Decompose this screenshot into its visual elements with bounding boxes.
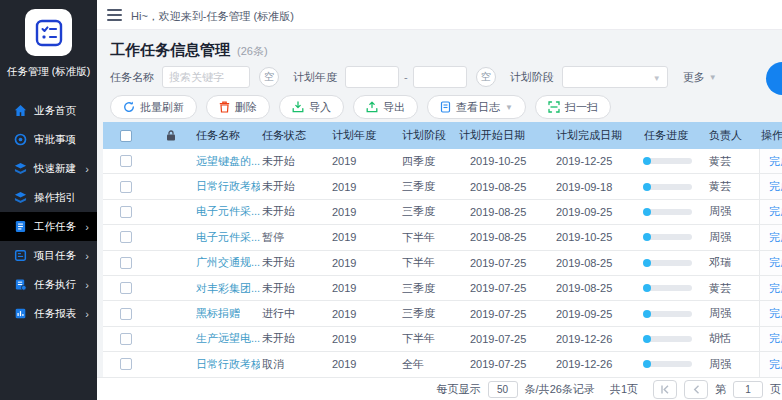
sidebar-item-business-home[interactable]: 业务首页: [0, 96, 97, 125]
sidebar-item-work-tasks[interactable]: 工作任务 ›: [0, 212, 97, 241]
delete-button[interactable]: 删除: [206, 95, 270, 119]
row-checkbox[interactable]: [120, 257, 132, 269]
row-action-link[interactable]: 完成: [769, 230, 782, 245]
sidebar-item-project-tasks[interactable]: 项目任务 ›: [0, 241, 97, 270]
per-page-label: 每页显示: [437, 382, 481, 397]
plan-year: 2019: [330, 200, 400, 224]
progress-handle[interactable]: [643, 157, 651, 165]
progress-handle[interactable]: [643, 259, 651, 267]
column-header-status: 任务状态: [260, 122, 330, 149]
progress-bar: [644, 234, 692, 240]
plan-stage: 三季度: [400, 200, 457, 224]
task-name-link[interactable]: 电子元件采...: [196, 230, 260, 245]
task-status: 暂停: [260, 225, 330, 249]
task-name-link[interactable]: 生产远望电...: [196, 331, 260, 346]
progress-handle[interactable]: [643, 360, 651, 368]
clear-name-filter-button[interactable]: 空: [259, 67, 279, 87]
row-lock-cell: [148, 251, 194, 275]
row-action-link[interactable]: 完成: [769, 281, 782, 296]
plan-start-date: 2019-07-25: [457, 251, 554, 275]
clear-year-filter-button[interactable]: 空: [476, 67, 496, 87]
row-action-link[interactable]: 完成: [769, 306, 782, 321]
row-action-link[interactable]: 完成: [769, 179, 782, 194]
row-checkbox[interactable]: [120, 231, 132, 243]
hamburger-menu-icon[interactable]: [107, 9, 122, 21]
row-checkbox[interactable]: [120, 358, 132, 370]
sidebar-item-approvals[interactable]: 审批事项: [0, 125, 97, 154]
task-status: 未开始: [260, 149, 330, 173]
row-action-link[interactable]: 完成: [769, 357, 782, 372]
export-button[interactable]: 导出: [353, 95, 418, 119]
plan-year-from-input[interactable]: [345, 66, 399, 88]
import-button[interactable]: 导入: [279, 95, 344, 119]
progress-bar: [644, 184, 692, 190]
column-header-owner: 负责人: [707, 122, 759, 149]
row-action-link[interactable]: 完成: [769, 154, 782, 169]
progress-handle[interactable]: [643, 335, 651, 343]
sidebar-item-guide[interactable]: 操作指引: [0, 183, 97, 212]
column-header-stage: 计划阶段: [400, 122, 457, 149]
progress-handle[interactable]: [643, 310, 651, 318]
task-name-link[interactable]: 日常行政考核: [196, 179, 260, 194]
progress-handle[interactable]: [643, 183, 651, 191]
progress-bar: [644, 361, 692, 367]
row-checkbox[interactable]: [120, 181, 132, 193]
task-name-link[interactable]: 广州交通规...: [196, 255, 260, 270]
plan-year-to-input[interactable]: [413, 66, 467, 88]
chevron-right-icon: ›: [85, 221, 89, 233]
page-number-input[interactable]: [733, 381, 763, 398]
page-title: 工作任务信息管理: [110, 41, 230, 60]
task-progress: [642, 149, 707, 173]
task-name-link[interactable]: 对丰彩集团...: [196, 281, 260, 296]
task-progress: [642, 301, 707, 325]
table-row: 黑标捐赠 进行中 2019 三季度 2019-07-25 2019-09-25 …: [103, 301, 782, 326]
task-name-link[interactable]: 电子元件采...: [196, 204, 260, 219]
plan-start-date: 2019-08-25: [457, 225, 554, 249]
batch-refresh-button[interactable]: 批量刷新: [110, 95, 197, 119]
task-owner: 周强: [707, 352, 759, 376]
task-name-link[interactable]: 远望键盘的...: [196, 154, 260, 169]
row-checkbox[interactable]: [120, 333, 132, 345]
plan-end-date: 2019-09-18: [554, 174, 642, 198]
task-owner: 周强: [707, 200, 759, 224]
plan-stage-select[interactable]: ▼: [562, 66, 668, 88]
task-name-input[interactable]: [162, 66, 250, 88]
task-name-link[interactable]: 黑标捐赠: [196, 306, 240, 321]
row-lock-cell: [148, 301, 194, 325]
row-action-link[interactable]: 完成: [769, 204, 782, 219]
row-checkbox[interactable]: [120, 308, 132, 320]
plan-end-date: 2019-08-25: [554, 276, 642, 300]
sidebar-item-task-execution[interactable]: 任务执行 ›: [0, 270, 97, 299]
sidebar: 任务管理 (标准版) 业务首页 审批事项 快速新建 › 操作指引: [0, 0, 97, 400]
row-action-link[interactable]: 完成: [769, 255, 782, 270]
row-checkbox[interactable]: [120, 206, 132, 218]
per-page-input[interactable]: [488, 381, 518, 398]
scan-button[interactable]: 扫一扫: [535, 95, 611, 119]
select-all-checkbox[interactable]: [120, 130, 132, 142]
row-lock-cell: [148, 200, 194, 224]
sidebar-item-quick-create[interactable]: 快速新建 ›: [0, 154, 97, 183]
table-row: 电子元件采... 暂停 2019 下半年 2019-08-25 2019-10-…: [103, 225, 782, 250]
more-filters-button[interactable]: 更多 ▼: [683, 70, 717, 85]
plan-end-date: 2019-12-26: [554, 327, 642, 351]
table-row: 生产远望电... 未开始 2019 下半年 2019-07-25 2019-12…: [103, 327, 782, 352]
task-progress: [642, 174, 707, 198]
chevron-left-icon: [693, 385, 700, 394]
quick-create-icon: [13, 162, 27, 176]
view-logs-button[interactable]: 查看日志 ▼: [427, 95, 526, 119]
column-header-progress: 任务进度: [642, 122, 707, 149]
row-action-link[interactable]: 完成: [769, 331, 782, 346]
total-pages-label: 共1页: [610, 382, 638, 397]
sidebar-item-task-reports[interactable]: 任务报表 ›: [0, 299, 97, 328]
progress-handle[interactable]: [643, 284, 651, 292]
progress-handle[interactable]: [643, 233, 651, 241]
row-checkbox[interactable]: [120, 282, 132, 294]
floating-action-button[interactable]: [766, 62, 782, 95]
progress-handle[interactable]: [643, 208, 651, 216]
row-checkbox[interactable]: [120, 155, 132, 167]
prev-page-button[interactable]: [684, 380, 708, 399]
first-page-button[interactable]: [653, 380, 677, 399]
task-owner: 黄芸: [707, 174, 759, 198]
plan-year: 2019: [330, 174, 400, 198]
task-name-link[interactable]: 日常行政考核: [196, 357, 260, 372]
